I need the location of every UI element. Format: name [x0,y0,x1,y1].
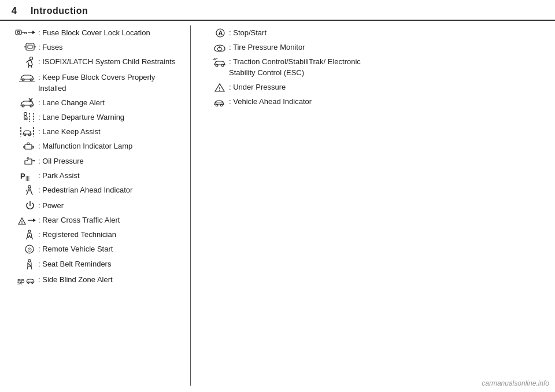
lane-departure-text: : Lane Departure Warning [38,112,124,123]
svg-point-66 [220,104,223,106]
remote-vehicle-text: : Remote Vehicle Start [38,244,113,254]
svg-text:⊙: ⊙ [27,246,32,253]
oil-pressure-icon [12,156,36,167]
remote-vehicle-icon: ⊙ [12,244,36,254]
svg-point-11 [30,57,33,60]
svg-rect-7 [26,43,34,50]
park-assist-icon: P ||| [12,171,36,181]
svg-point-60 [220,49,220,49]
svg-rect-26 [25,145,32,149]
svg-point-19 [24,112,27,115]
side-blind-icon: RB SA [12,275,36,285]
fuse-lock-icon [12,28,36,37]
svg-point-55 [32,282,34,283]
malfunction-text: : Malfunction Indicator Lamp [38,141,132,151]
svg-point-43 [21,223,23,224]
isofix-text: : ISOFIX/LATCH System Child Restraints [38,57,175,67]
list-item: A : Stop/Start [202,28,370,38]
under-pressure-text: : Under Pressure [229,82,286,93]
svg-point-40 [28,186,31,188]
seat-belt-icon [12,259,36,271]
keep-fuse-text: : Keep Fuse Block Covers Properly Instal… [38,72,181,93]
stop-start-text: : Stop/Start [229,28,267,38]
list-item: : Fuses [12,42,181,53]
seat-belt-text: : Seat Belt Reminders [38,259,111,269]
list-item: P ||| : Park Assist [12,171,181,181]
pedestrian-text: : Pedestrian Ahead Indicator [38,185,132,195]
list-item: : Keep Fuse Block Covers Properly Instal… [12,72,181,93]
svg-marker-45 [33,219,36,222]
svg-line-51 [31,267,32,269]
power-icon [12,201,36,211]
vehicle-ahead-icon [202,97,227,107]
svg-rect-10 [28,45,32,49]
list-item: ⊙ : Remote Vehicle Start [12,244,181,254]
list-item: : Lane Keep Assist [12,127,181,137]
page-header: 4 Introduction [0,0,555,21]
svg-text:SA: SA [17,282,22,285]
list-item: : Malfunction Indicator Lamp [12,141,181,151]
svg-rect-0 [16,30,21,35]
list-item: : Pedestrian Ahead Indicator [12,185,181,197]
registered-tech-icon [12,230,36,240]
registered-tech-text: : Registered Technician [38,230,116,240]
tire-pressure-text: : Tire Pressure Monitor [229,42,305,53]
list-item: RB SA : Side Blind Zone Alert [12,275,181,285]
svg-point-1 [17,31,20,34]
svg-point-65 [216,104,218,106]
lane-keep-text: : Lane Keep Assist [38,127,101,137]
fuses-icon [12,42,36,51]
keep-fuse-icon [12,72,36,83]
side-blind-text: : Side Blind Zone Alert [38,275,113,285]
fuse-lock-text: : Fuse Block Cover Lock Location [38,28,150,38]
svg-point-22 [24,134,26,136]
svg-point-54 [28,282,29,283]
svg-point-49 [28,259,31,261]
isofix-icon [12,57,36,68]
list-item: : Power [12,201,181,211]
left-column: : Fuse Block Cover Lock Location : Fuses [12,25,191,386]
page-number: 4 [12,6,17,16]
list-item: : Traction Control/StabiliTrak/ Electron… [202,57,370,77]
rear-cross-icon [12,215,36,225]
list-item: : Oil Pressure [12,156,181,167]
oil-pressure-text: : Oil Pressure [38,156,84,167]
content-area: : Fuse Block Cover Lock Location : Fuses [0,25,555,386]
svg-point-64 [219,90,220,91]
power-text: : Power [38,201,64,211]
traction-control-icon [202,57,227,69]
svg-marker-6 [32,31,35,34]
page-title: Introduction [31,6,88,16]
stop-start-icon: A [202,28,227,38]
list-item: : Registered Technician [12,230,181,240]
under-pressure-icon [202,82,227,93]
svg-point-35 [34,160,35,161]
svg-text:P: P [20,172,25,180]
list-item: : Vehicle Ahead Indicator [202,97,370,107]
lane-keep-icon [12,127,36,137]
pedestrian-icon [12,185,36,197]
svg-point-46 [28,230,31,232]
fuses-text: : Fuses [38,42,63,53]
watermark: carmanualsonline.info [482,379,549,387]
list-item: : Lane Departure Warning [12,112,181,123]
list-item: : Rear Cross Traffic Alert [12,215,181,225]
list-item: : Tire Pressure Monitor [202,42,370,53]
list-item: : Fuse Block Cover Lock Location [12,28,181,38]
svg-point-23 [28,134,31,136]
tire-pressure-icon [202,42,227,53]
traction-control-text: : Traction Control/StabiliTrak/ Electron… [229,57,370,77]
svg-text:A: A [219,29,223,36]
list-item: : Under Pressure [202,82,370,93]
vehicle-ahead-text: : Vehicle Ahead Indicator [229,97,312,107]
list-item: : ISOFIX/LATCH System Child Restraints [12,57,181,68]
park-assist-text: : Park Assist [38,171,80,181]
lane-change-text: : Lane Change Alert [38,98,105,108]
lane-departure-icon [12,112,36,123]
right-column: A : Stop/Start : Tire Pressure Monitor [191,25,370,386]
svg-rect-30 [27,143,29,145]
list-item: : Lane Change Alert [12,98,181,108]
rear-cross-text: : Rear Cross Traffic Alert [38,215,120,225]
lane-change-icon [12,98,36,108]
svg-line-50 [27,267,28,269]
